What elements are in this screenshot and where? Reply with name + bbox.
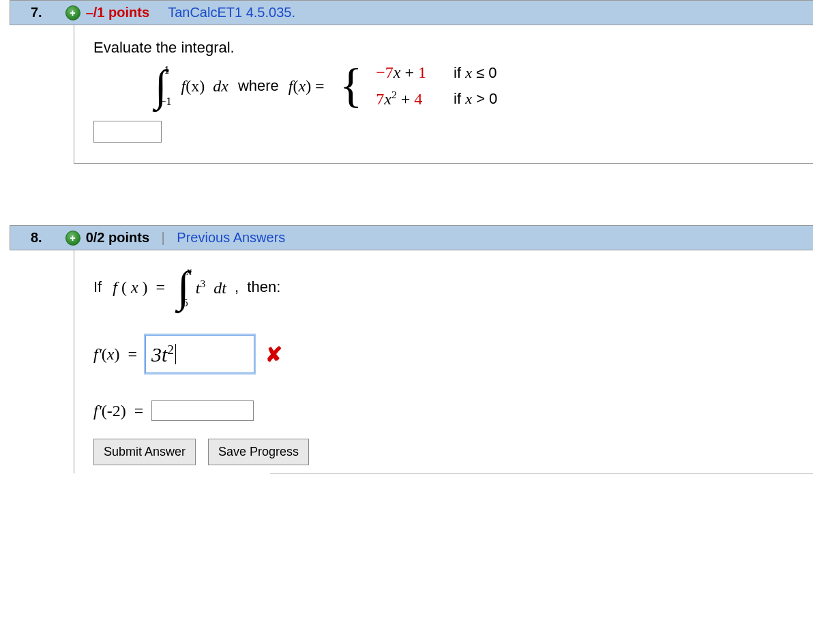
piece-1-expr: −7x + 1 bbox=[376, 63, 426, 82]
prompt-text: Evaluate the integral. bbox=[93, 39, 794, 57]
q7-answer-input[interactable] bbox=[93, 121, 162, 143]
fprime-x-input[interactable]: 3t2 bbox=[145, 335, 254, 373]
question-7-header: 7. + –/1 points TanCalcET1 4.5.035. bbox=[10, 0, 813, 25]
button-row: Submit Answer Save Progress bbox=[93, 439, 794, 465]
points-label: –/1 points bbox=[86, 5, 149, 20]
piece-1-condition: if x ≤ 0 bbox=[454, 64, 497, 82]
piece-2-condition: if x > 0 bbox=[454, 90, 497, 108]
where-text: where bbox=[238, 77, 279, 95]
then-text: , then: bbox=[231, 278, 280, 296]
piece-2-expr: 7x2 + 4 bbox=[376, 89, 426, 108]
previous-answers-link[interactable]: Previous Answers bbox=[177, 230, 285, 246]
question-number: 8. bbox=[31, 230, 42, 246]
expand-icon[interactable]: + bbox=[65, 231, 80, 246]
fprime-x-row: f'(x) = 3t2 ✘ bbox=[93, 335, 794, 373]
q8-premise: If f(x) = ∫ x 5 t3 dt , then: bbox=[93, 267, 794, 308]
integral-symbol: ∫ 1 −1 bbox=[155, 65, 172, 106]
source-reference: TanCalcET1 4.5.035. bbox=[168, 5, 295, 20]
save-progress-button[interactable]: Save Progress bbox=[208, 439, 309, 465]
piecewise-definition: −7x + 1 if x ≤ 0 7x2 + 4 if x > 0 bbox=[376, 63, 497, 108]
brace-icon: { bbox=[340, 67, 363, 105]
fx-label: f(x) = bbox=[289, 77, 325, 96]
question-8-body: If f(x) = ∫ x 5 t3 dt , then: f'( bbox=[74, 250, 813, 473]
fprime-neg2-row: f'(-2) = bbox=[93, 400, 794, 421]
incorrect-icon: ✘ bbox=[265, 342, 282, 366]
integral-expression: ∫ 1 −1 f(x) dx where f(x) = { −7x + 1 bbox=[155, 63, 794, 108]
submit-answer-button[interactable]: Submit Answer bbox=[93, 439, 196, 465]
fprime-neg2-input[interactable] bbox=[151, 400, 254, 421]
expand-icon[interactable]: + bbox=[65, 5, 80, 20]
points-label: 0/2 points bbox=[86, 230, 149, 246]
integral-symbol: ∫ x 5 bbox=[177, 267, 192, 308]
question-7-body: Evaluate the integral. ∫ 1 −1 f(x) dx wh… bbox=[74, 25, 813, 164]
integrand: f(x) dx bbox=[181, 77, 228, 96]
fprime-x-label: f'(x) = bbox=[93, 345, 141, 364]
q8-integrand: t3 dt bbox=[196, 278, 226, 297]
divider bbox=[270, 473, 813, 480]
question-8: 8. + 0/2 points | Previous Answers If f(… bbox=[0, 225, 813, 480]
question-7: 7. + –/1 points TanCalcET1 4.5.035. Eval… bbox=[0, 0, 813, 164]
separator: | bbox=[158, 230, 168, 246]
question-8-header: 8. + 0/2 points | Previous Answers bbox=[10, 225, 813, 250]
fprime-neg2-label: f'(-2) = bbox=[93, 402, 147, 420]
question-number: 7. bbox=[31, 5, 42, 20]
